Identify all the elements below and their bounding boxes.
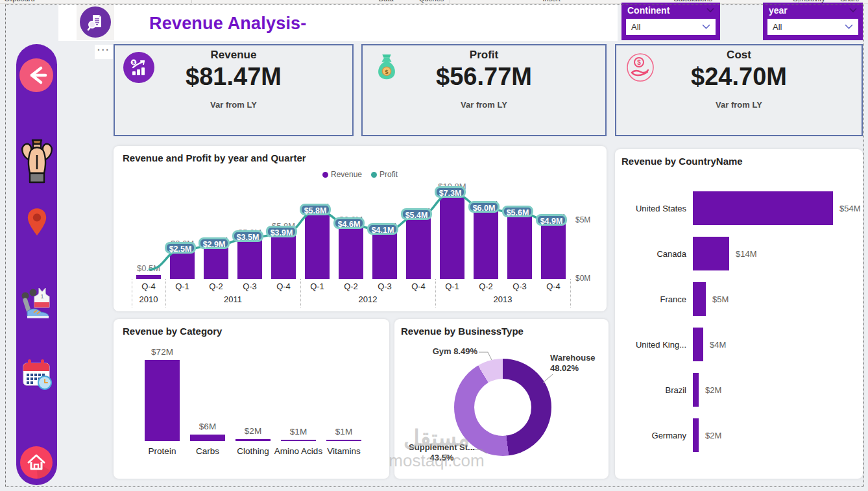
country-row: Brazil$2M — [621, 370, 855, 410]
category-bar[interactable] — [326, 440, 361, 441]
revenue-growth-icon: $ — [123, 52, 154, 83]
country-bar[interactable] — [693, 373, 699, 407]
revenue-by-country-chart: Revenue by CountryName United States$54M… — [615, 149, 863, 479]
country-label: France — [621, 279, 686, 319]
back-button[interactable] — [19, 58, 53, 95]
continent-dropdown-value: All — [631, 22, 640, 32]
ribbon-tab-clipboard[interactable]: Clipboard — [4, 0, 34, 3]
country-label: United States — [621, 188, 686, 228]
chevron-down-icon — [702, 24, 710, 30]
country-bar[interactable] — [693, 282, 706, 316]
category-value-label: $6M — [185, 422, 230, 431]
category-value-label: $1M — [321, 427, 367, 437]
country-row: Germany$2M — [621, 415, 855, 455]
y-axis-tick: $0M — [575, 274, 590, 283]
country-row: France$5M — [621, 279, 855, 319]
money-bag-icon: $ — [371, 52, 402, 83]
chevron-down-icon — [706, 8, 714, 13]
continent-dropdown[interactable]: All — [626, 19, 716, 35]
country-label: Brazil — [621, 370, 686, 410]
country-row: United King...$4M — [621, 324, 855, 365]
profit-line — [132, 185, 570, 308]
profit-data-label: $7.3M — [435, 186, 466, 198]
location-pin-icon[interactable] — [26, 206, 48, 240]
country-value-label: $14M — [736, 234, 757, 274]
country-bar[interactable] — [693, 191, 833, 225]
svg-text:1: 1 — [40, 293, 43, 300]
country-label: Germany — [621, 415, 686, 455]
category-value-label: $2M — [230, 426, 276, 436]
country-bar[interactable] — [693, 237, 729, 270]
country-plot: United States$54MCanada$14MFrance$5MUnit… — [615, 149, 863, 479]
category-bar[interactable] — [190, 435, 225, 441]
country-bar[interactable] — [693, 328, 703, 361]
profit-data-label: $4.6M — [333, 217, 365, 229]
report-search-icon — [80, 6, 111, 38]
country-row: United States$54M — [621, 188, 855, 228]
country-value-label: $2M — [705, 370, 721, 410]
combo-legend: RevenueProfit — [114, 170, 607, 179]
country-value-label: $5M — [712, 279, 729, 319]
gym-gear-icon[interactable]: 1 — [19, 284, 54, 322]
ribbon-strip: ClipboardDataQueriesInsertCalculationsSe… — [0, 0, 868, 4]
category-bar[interactable] — [145, 360, 180, 441]
year-slicer-header[interactable]: year — [763, 3, 863, 17]
legend-label: Revenue — [331, 170, 362, 179]
continent-slicer-header[interactable]: Continent — [621, 3, 720, 17]
revenue-by-category-chart: Revenue by Category $72MProtein$6MCarbs$… — [114, 319, 389, 479]
chevron-down-icon — [849, 8, 857, 13]
bodybuilder-icon[interactable] — [19, 138, 55, 190]
revenue-by-businesstype-chart: Revenue by BusinessType Warehouse48.02%S… — [394, 319, 609, 479]
profit-data-label: $4.9M — [536, 214, 567, 226]
category-value-label: $72M — [139, 347, 185, 357]
profit-data-label: $2.9M — [199, 237, 230, 249]
year-dropdown[interactable]: All — [767, 19, 858, 35]
continent-slicer-label: Continent — [627, 5, 669, 16]
page-title: Revenue Analysis- — [149, 14, 307, 34]
category-bar[interactable] — [235, 439, 271, 441]
donut-labels: Warehouse48.02%Supplement St...43.5%Gym … — [394, 319, 609, 479]
category-plot: $72MProtein$6MCarbs$2MClothing$1MAmino A… — [114, 319, 389, 479]
chart-title: Revenue and Profit by year and Quarter — [123, 152, 306, 163]
ribbon-tab-data[interactable]: Data — [378, 0, 393, 3]
visual-more-options-button[interactable]: ··· — [95, 45, 113, 59]
profit-data-label: $5.8M — [300, 204, 331, 215]
country-value-label: $2M — [705, 415, 721, 455]
profit-data-label: $3.5M — [232, 230, 263, 242]
legend-label: Profit — [380, 170, 398, 179]
profit-data-label: $2.5M — [165, 242, 196, 254]
cost-kpi-card: $ Cost $24.70M Var from LY — [615, 44, 863, 136]
year-slicer-label: year — [769, 5, 788, 16]
profit-data-label: $5.6M — [502, 206, 533, 217]
dashboard-page: ClipboardDataQueriesInsertCalculationsSe… — [0, 0, 868, 491]
kpi-subtitle: Var from LY — [363, 100, 605, 110]
ribbon-tab-queries[interactable]: Queries — [419, 0, 444, 3]
country-label: United King... — [621, 324, 686, 365]
category-label: Vitamins — [317, 446, 371, 457]
category-value-label: $1M — [276, 427, 321, 437]
home-button[interactable] — [20, 446, 53, 481]
profit-data-label: $5.4M — [401, 208, 432, 220]
profit-data-label: $6.0M — [468, 201, 500, 213]
country-label: Canada — [621, 234, 686, 274]
country-bar[interactable] — [693, 418, 699, 452]
profit-data-label: $4.1M — [367, 223, 398, 235]
profit-data-label: $3.9M — [266, 226, 297, 237]
kpi-subtitle: Var from LY — [115, 100, 352, 110]
header-bar: Revenue Analysis- — [58, 5, 618, 41]
year-slicer: year All — [763, 3, 863, 40]
ribbon-divider — [191, 0, 192, 4]
svg-text:$: $ — [132, 60, 135, 66]
y-axis-tick: $5M — [575, 215, 590, 224]
country-value-label: $54M — [839, 188, 861, 228]
calendar-clock-icon[interactable] — [22, 358, 53, 394]
ribbon-divider — [450, 0, 450, 4]
kpi-subtitle: Var from LY — [616, 100, 862, 110]
country-row: Canada$14M — [621, 234, 855, 274]
legend-dot — [322, 172, 328, 178]
legend-item-revenue: Revenue — [322, 170, 362, 179]
ribbon-tab-insert[interactable]: Insert — [542, 0, 561, 3]
category-bar[interactable] — [281, 440, 316, 441]
legend-dot — [371, 172, 377, 178]
revenue-kpi-card: $ Revenue $81.47M Var from LY — [114, 44, 354, 136]
